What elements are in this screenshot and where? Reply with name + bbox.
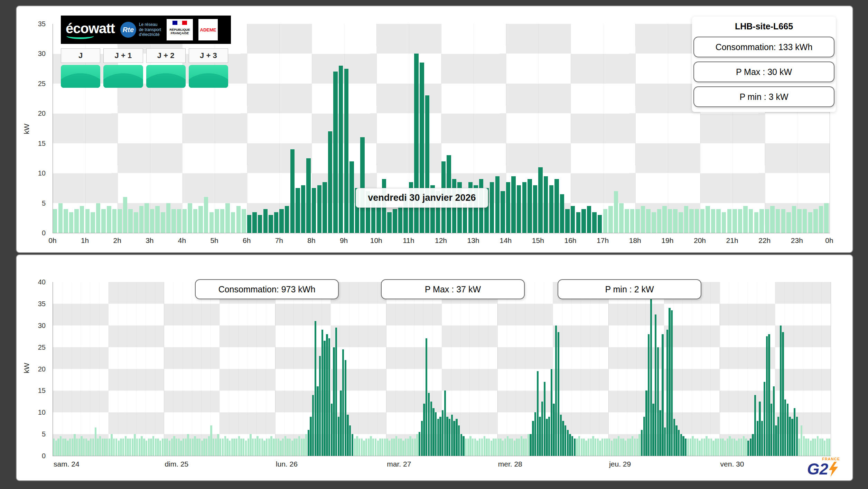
bar[interactable] — [144, 203, 149, 233]
bar[interactable] — [236, 206, 241, 233]
bar[interactable] — [611, 441, 613, 456]
bar[interactable] — [421, 421, 423, 456]
bar[interactable] — [486, 439, 487, 456]
bar[interactable] — [706, 206, 710, 233]
bar[interactable] — [231, 439, 233, 456]
bar[interactable] — [55, 441, 57, 456]
bar[interactable] — [794, 408, 795, 456]
bar[interactable] — [620, 439, 622, 456]
bar[interactable] — [738, 209, 742, 233]
bar[interactable] — [166, 439, 168, 456]
bar[interactable] — [287, 439, 288, 456]
bar[interactable] — [699, 441, 700, 456]
bar[interactable] — [259, 439, 261, 456]
forecast-button-j[interactable]: J — [61, 48, 100, 88]
bar[interactable] — [528, 179, 532, 233]
bar[interactable] — [372, 439, 374, 456]
bar[interactable] — [201, 441, 203, 456]
bar[interactable] — [274, 212, 278, 233]
bar[interactable] — [180, 441, 182, 456]
bar[interactable] — [220, 439, 221, 456]
bar[interactable] — [183, 209, 187, 233]
bar[interactable] — [687, 439, 689, 456]
bar[interactable] — [278, 439, 279, 456]
bar[interactable] — [736, 441, 737, 456]
bar[interactable] — [506, 182, 510, 233]
bar[interactable] — [173, 436, 175, 456]
bar[interactable] — [539, 417, 541, 456]
bar[interactable] — [303, 439, 305, 456]
bar[interactable] — [646, 209, 650, 233]
bar[interactable] — [319, 356, 321, 456]
bar[interactable] — [198, 206, 203, 233]
bar[interactable] — [188, 203, 192, 233]
bar[interactable] — [91, 212, 95, 233]
bar[interactable] — [333, 72, 337, 233]
bar[interactable] — [678, 430, 680, 456]
bar[interactable] — [321, 330, 323, 456]
bar[interactable] — [764, 382, 765, 456]
bar[interactable] — [370, 436, 372, 456]
bar[interactable] — [171, 209, 176, 233]
bar[interactable] — [328, 131, 332, 233]
bar[interactable] — [275, 439, 277, 456]
bar[interactable] — [703, 439, 705, 456]
bar[interactable] — [53, 209, 57, 233]
bar[interactable] — [312, 395, 314, 456]
bar[interactable] — [354, 439, 356, 456]
bar[interactable] — [279, 209, 283, 233]
bar[interactable] — [118, 209, 122, 233]
bar[interactable] — [463, 436, 464, 456]
bar[interactable] — [743, 436, 745, 456]
bar[interactable] — [784, 399, 786, 456]
bar[interactable] — [697, 439, 698, 456]
bar[interactable] — [358, 439, 360, 456]
bar[interactable] — [69, 212, 73, 233]
bar[interactable] — [412, 439, 413, 456]
bar[interactable] — [754, 212, 758, 233]
bar[interactable] — [398, 439, 400, 456]
bar[interactable] — [641, 430, 643, 456]
bar[interactable] — [757, 421, 758, 456]
bar[interactable] — [80, 206, 84, 233]
bar[interactable] — [613, 439, 615, 456]
bar[interactable] — [781, 209, 785, 233]
bar[interactable] — [402, 441, 404, 456]
bar[interactable] — [729, 436, 730, 456]
bar[interactable] — [587, 206, 591, 233]
bar[interactable] — [317, 185, 321, 233]
bar[interactable] — [581, 209, 586, 233]
bar[interactable] — [301, 439, 302, 456]
bar[interactable] — [583, 439, 585, 456]
bar[interactable] — [813, 209, 818, 233]
bar[interactable] — [576, 439, 578, 456]
bar[interactable] — [619, 203, 623, 233]
bar[interactable] — [532, 421, 534, 456]
bar[interactable] — [136, 439, 138, 456]
bar[interactable] — [629, 439, 631, 456]
bar[interactable] — [72, 439, 73, 456]
bar[interactable] — [95, 427, 96, 456]
bar[interactable] — [442, 410, 444, 456]
bar[interactable] — [625, 441, 626, 456]
bar[interactable] — [379, 439, 381, 456]
bar[interactable] — [393, 439, 395, 456]
bar[interactable] — [511, 176, 515, 233]
forecast-button-j1[interactable]: J + 1 — [103, 48, 143, 88]
bar[interactable] — [342, 349, 344, 456]
bar[interactable] — [507, 436, 508, 456]
bar[interactable] — [673, 419, 675, 456]
bar[interactable] — [132, 439, 133, 456]
bar[interactable] — [615, 439, 617, 456]
bar[interactable] — [814, 439, 816, 456]
bar[interactable] — [743, 206, 747, 233]
bar[interactable] — [97, 439, 99, 456]
bar[interactable] — [242, 209, 246, 233]
bar[interactable] — [324, 341, 325, 456]
bar[interactable] — [641, 206, 645, 233]
bar[interactable] — [64, 209, 68, 233]
bar[interactable] — [469, 436, 471, 456]
bar[interactable] — [472, 439, 474, 456]
bar[interactable] — [776, 209, 780, 233]
bar[interactable] — [780, 326, 782, 456]
